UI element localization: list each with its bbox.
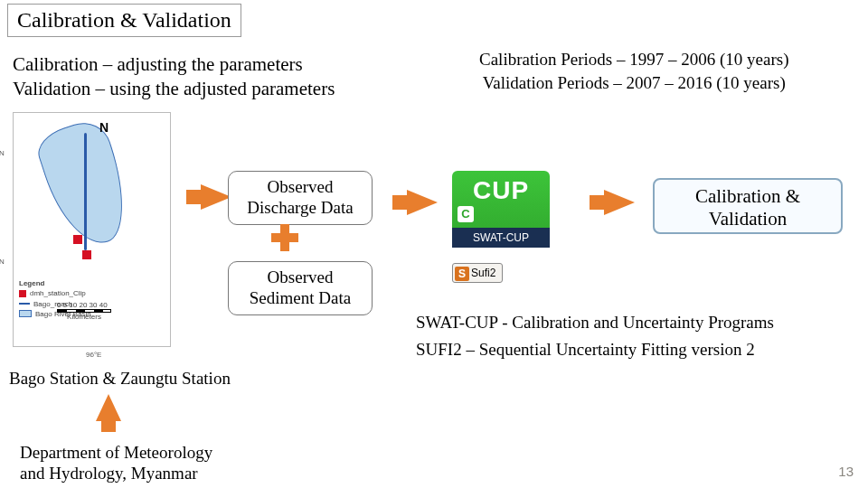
scale-unit: Kilometers (57, 313, 111, 321)
sufi2-s-icon: S (455, 267, 469, 281)
section-title: Calibration & Validation (7, 4, 241, 37)
definitions-block: Calibration – adjusting the parameters V… (13, 52, 335, 102)
swat-cup-description: SWAT-CUP - Calibration and Uncertainty P… (416, 313, 774, 333)
legend-item-1: dmh_station_Clip (30, 288, 86, 298)
arrow-icon (604, 190, 635, 215)
station-marker-2 (82, 250, 91, 259)
map-scalebar: 0 5 10 20 30 40 Kilometers (57, 301, 111, 321)
observed-discharge-box: Observed Discharge Data (228, 171, 373, 225)
department-label: Department of Meteorology and Hydrology,… (20, 443, 212, 484)
lon-label: 96°E (86, 351, 101, 359)
calibration-definition: Calibration – adjusting the parameters (13, 52, 335, 77)
cup-corner-icon: C (458, 206, 474, 222)
basin-map: N 18°N 17°N 96°E Legend dmh_station_Clip… (13, 112, 171, 347)
arrow-icon (201, 184, 231, 210)
validation-periods: Validation Periods – 2007 – 2016 (10 yea… (479, 71, 788, 95)
observed-sediment-label: Observed Sediment Data (250, 267, 351, 307)
calval-label: Calibration & Validation (695, 185, 800, 230)
lat-label-1: 18°N (0, 149, 5, 157)
plus-icon (271, 224, 298, 251)
observed-discharge-label: Observed Discharge Data (247, 177, 353, 217)
arrow-up-icon (96, 394, 121, 421)
page-number: 13 (838, 464, 854, 479)
scale-numbers: 0 5 10 20 30 40 (57, 301, 111, 309)
legend-title: Legend (19, 278, 91, 288)
cup-sublabel: SWAT-CUP (452, 228, 550, 248)
sufi2-logo: SSufi2 (452, 263, 503, 283)
calibration-validation-result: Calibration & Validation (653, 178, 843, 234)
validation-definition: Validation – using the adjusted paramete… (13, 77, 335, 101)
sufi2-label: Sufi2 (471, 267, 495, 279)
station-marker-1 (73, 235, 82, 244)
swat-cup-logo: CUP C SWAT-CUP (452, 171, 550, 248)
sufi2-description: SUFI2 – Sequential Uncertainty Fitting v… (416, 340, 755, 360)
stations-label: Bago Station & Zaungtu Station (9, 369, 231, 389)
observed-sediment-box: Observed Sediment Data (228, 261, 373, 315)
cup-word: CUP (452, 171, 550, 205)
river-line (84, 133, 87, 250)
arrow-icon (407, 190, 438, 215)
lat-label-2: 17°N (0, 258, 5, 266)
calibration-periods: Calibration Periods – 1997 – 2006 (10 ye… (479, 48, 788, 71)
north-indicator: N (99, 120, 108, 135)
periods-block: Calibration Periods – 1997 – 2006 (10 ye… (479, 48, 788, 94)
